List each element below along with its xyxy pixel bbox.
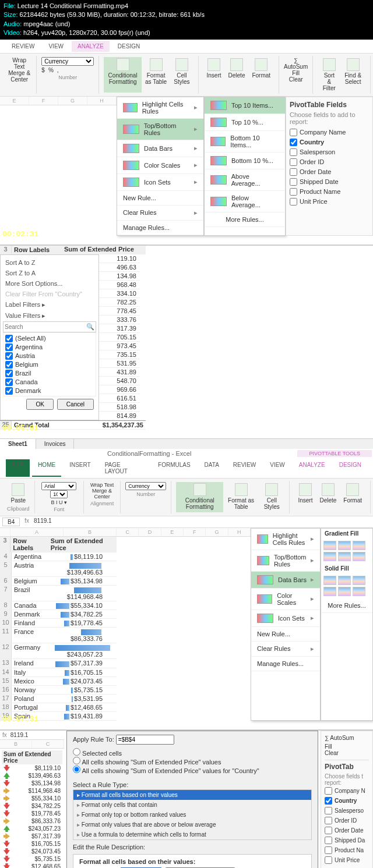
table-row[interactable]: 18Portugal$12,468.65 xyxy=(0,703,117,712)
pivot3-field[interactable]: Salesperso xyxy=(325,806,369,816)
filter-ok-button[interactable]: OK xyxy=(26,399,53,410)
cf2-clear[interactable]: Clear Rules▸ xyxy=(251,642,320,657)
conditional-formatting-button[interactable]: Conditional Formatting xyxy=(104,57,142,93)
formula-bar-2[interactable]: 8119.1 xyxy=(10,732,29,738)
db-more-rules[interactable]: More Rules... xyxy=(321,598,372,613)
ruletype-3[interactable]: Format only top or bottom ranked values xyxy=(73,810,311,820)
filter-item[interactable]: Argentina xyxy=(5,343,94,352)
file-tab[interactable]: FILE xyxy=(6,459,30,477)
dollar-button[interactable]: $ xyxy=(41,67,45,73)
pivot3-field[interactable]: Shipped Da xyxy=(325,835,369,845)
font-name-select[interactable]: Arial xyxy=(41,482,76,490)
value-filters[interactable]: Value Filters ▸ xyxy=(3,310,96,321)
table-row[interactable]: 10Finland$19,778.45 xyxy=(0,619,117,628)
merge-center-button[interactable]: Merge & Center xyxy=(7,70,31,83)
table-row[interactable]: 4Argentina$8,119.10 xyxy=(0,552,117,561)
home-tab[interactable]: HOME xyxy=(32,459,61,477)
insert-2[interactable]: Insert xyxy=(294,482,316,512)
table-row[interactable]: 7Brazil$114,968.48 xyxy=(0,586,117,601)
top10-items[interactable]: Top 10 Items... xyxy=(205,97,285,114)
pivot-field[interactable]: Product Name xyxy=(290,187,369,197)
comma-button[interactable]: , xyxy=(57,67,59,73)
cf-databars[interactable]: Data Bars▸ xyxy=(117,140,203,157)
filter-item[interactable]: Brazil xyxy=(5,369,94,378)
pivot-field[interactable]: Unit Price xyxy=(290,197,369,207)
invoices-tab[interactable]: Invoices xyxy=(36,439,75,449)
top10-pct[interactable]: Top 10 %... xyxy=(205,114,285,131)
filter-cancel-button[interactable]: Cancel xyxy=(57,399,94,410)
pivot-field[interactable]: Shipped Date xyxy=(290,177,369,187)
table-row[interactable]: 15Mexico$24,073.45 xyxy=(0,677,117,686)
cf-highlight[interactable]: Highlight Cells Rules▸ xyxy=(117,97,203,119)
table-row[interactable]: 8Canada$55,334.10 xyxy=(0,601,117,610)
fill-button[interactable]: Fill xyxy=(284,70,308,76)
label-filters[interactable]: Label Filters ▸ xyxy=(3,299,96,310)
ruletype-1[interactable]: Format all cells based on their values xyxy=(73,790,311,800)
insert-button[interactable]: Insert xyxy=(203,57,225,93)
cell-styles-2[interactable]: Cell Styles xyxy=(259,482,284,512)
sheet1-tab[interactable]: Sheet1 xyxy=(0,439,36,449)
table-row[interactable]: 5Austria$139,496.63 xyxy=(0,561,117,577)
cf2-newrule[interactable]: New Rule... xyxy=(251,627,320,642)
view-tab[interactable]: VIEW xyxy=(264,459,291,477)
format-2[interactable]: Format xyxy=(340,482,365,512)
cf2-colorscales[interactable]: Color Scales▸ xyxy=(251,589,320,610)
pivot3-field[interactable]: Country xyxy=(325,796,369,806)
radio-allvals[interactable] xyxy=(73,757,80,764)
above-avg[interactable]: Above Average... xyxy=(205,169,285,191)
search-input[interactable] xyxy=(5,323,86,331)
pivot-field[interactable]: Country xyxy=(290,137,369,147)
table-row[interactable]: 14Italy$16,705.15 xyxy=(0,668,117,677)
delete-2[interactable]: Delete xyxy=(316,482,340,512)
gradient-thumbs[interactable] xyxy=(321,538,372,564)
autosum-button[interactable]: ∑ AutoSum xyxy=(284,57,308,70)
select-all-checkbox[interactable] xyxy=(5,335,13,342)
cf-colorscales[interactable]: Color Scales▸ xyxy=(117,157,203,174)
delete-button[interactable]: Delete xyxy=(225,57,249,93)
table-row[interactable]: 16Norway$5,735.15 xyxy=(0,686,117,695)
pivot-field[interactable]: Salesperson xyxy=(290,147,369,157)
cf2-highlight[interactable]: Highlight Cells Rules▸ xyxy=(251,529,320,550)
filter-item[interactable]: Denmark xyxy=(5,387,94,395)
percent-button[interactable]: % xyxy=(48,67,54,73)
name-box[interactable]: B4 xyxy=(2,518,20,526)
filter-item[interactable]: Belgium xyxy=(5,360,94,369)
sort-az[interactable]: Sort A to Z xyxy=(3,257,96,268)
ruletype-5[interactable]: Use a formula to determine which cells t… xyxy=(73,830,311,839)
filter-item[interactable]: Austria xyxy=(5,352,94,360)
tab-design[interactable]: DESIGN xyxy=(112,41,146,52)
cf-topbottom[interactable]: Top/Bottom Rules▸ xyxy=(117,119,203,140)
more-rules[interactable]: More Rules... xyxy=(205,212,285,227)
sort-za[interactable]: Sort Z to A xyxy=(3,268,96,278)
cf-newrule[interactable]: New Rule... xyxy=(117,191,203,206)
bottom10-pct[interactable]: Bottom 10 %... xyxy=(205,153,285,169)
table-row[interactable]: 13Ireland$57,317.39 xyxy=(0,659,117,668)
review-tab[interactable]: REVIEW xyxy=(227,459,262,477)
number-format-2[interactable]: Currency xyxy=(125,482,166,490)
find-select-button[interactable]: Find & Select xyxy=(340,57,365,93)
cond-fmt-button-2[interactable]: Conditional Formatting xyxy=(176,482,223,512)
analyze-tab[interactable]: ANALYZE xyxy=(293,459,331,477)
format-as-table-button[interactable]: Format as Table xyxy=(142,57,170,93)
bottom10-items[interactable]: Bottom 10 Items... xyxy=(205,131,285,153)
cf2-databars[interactable]: Data Bars▸ xyxy=(251,572,320,589)
pivot-field[interactable]: Company Name xyxy=(290,127,369,137)
radio-allvals-country[interactable] xyxy=(73,766,80,773)
table-row[interactable]: 17Poland$3,531.95 xyxy=(0,695,117,703)
format-button[interactable]: Format xyxy=(248,57,274,93)
filter-item[interactable]: Canada xyxy=(5,378,94,387)
cf-clearrules[interactable]: Clear Rules▸ xyxy=(117,206,203,221)
table-row[interactable]: 9Denmark$34,782.25 xyxy=(0,610,117,619)
formula-bar[interactable]: 8119.1 xyxy=(34,518,52,526)
pivot3-field[interactable]: Unit Price xyxy=(325,855,369,865)
cell-styles-button[interactable]: Cell Styles xyxy=(170,57,193,93)
insert-tab[interactable]: INSERT xyxy=(64,459,97,477)
radio-selected[interactable] xyxy=(73,748,80,756)
table-row[interactable]: 12Germany$243,057.23 xyxy=(0,643,117,659)
apply-rule-input[interactable] xyxy=(116,735,174,745)
pivot3-field[interactable]: Order ID xyxy=(325,816,369,826)
filter-checklist[interactable]: (Select All) ArgentinaAustriaBelgiumBraz… xyxy=(3,332,96,396)
cf2-manage[interactable]: Manage Rules... xyxy=(251,657,320,671)
cf2-topbot[interactable]: Top/Bottom Rules▸ xyxy=(251,550,320,572)
format-table-2[interactable]: Format as Table xyxy=(223,482,259,512)
